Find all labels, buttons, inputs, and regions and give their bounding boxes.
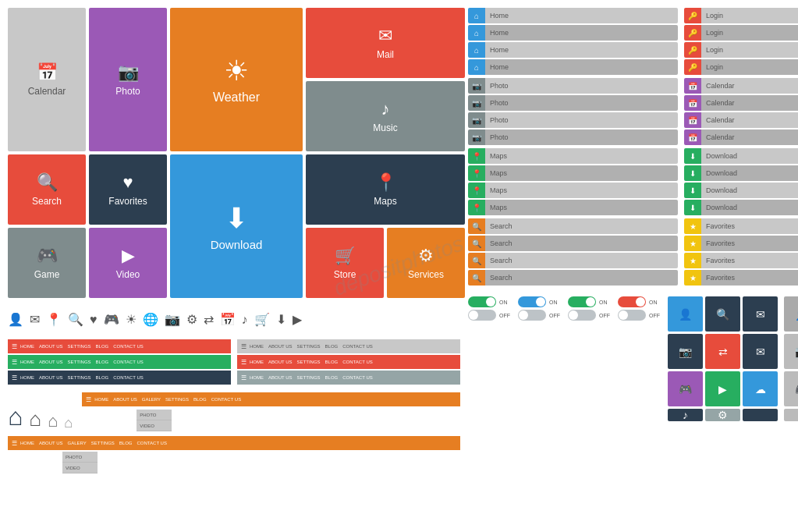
st-mail[interactable]: ✉ <box>743 296 778 332</box>
dropdown-photo-2[interactable]: PHOTO <box>62 452 98 463</box>
menu-item-favorites-2[interactable]: ★ Favorites <box>684 236 798 251</box>
settings-icon[interactable]: ⚙ <box>186 312 197 327</box>
pin-icon[interactable]: 📍 <box>46 312 62 327</box>
stg-camera[interactable]: 📷 <box>784 334 798 369</box>
stg-game[interactable]: 🎮 <box>784 371 798 406</box>
menu-item-calendar-1[interactable]: 📅 Calendar <box>684 78 798 94</box>
menu-item-login-2[interactable]: 🔑 Login <box>684 25 798 41</box>
camera2-icon[interactable]: 📷 <box>165 312 180 327</box>
download2-icon[interactable]: ⬇ <box>276 312 286 327</box>
stg-person[interactable]: 👤 <box>784 296 798 332</box>
sun2-icon[interactable]: ☀ <box>126 312 137 327</box>
st-cloud[interactable]: ☁ <box>743 371 778 406</box>
menu-item-maps-3[interactable]: 📍 Maps <box>468 183 678 198</box>
tile-mail[interactable]: ✉ Mail <box>306 8 465 78</box>
orange-nav-section: ☰ HOME ABOUT US GALERY SETTINGS BLOG CON… <box>82 392 460 431</box>
nav-bar-orange-dropdown[interactable]: ☰ HOME ABOUT US GALERY SETTINGS BLOG CON… <box>82 392 460 406</box>
menu-item-maps-4[interactable]: 📍 Maps <box>468 200 678 215</box>
menu-item-maps-1[interactable]: 📍 Maps <box>468 148 678 164</box>
tile-store[interactable]: 🛒 Store <box>306 228 384 298</box>
menu-item-photo-1[interactable]: 📷 Photo <box>468 78 678 94</box>
menu-item-login-3[interactable]: 🔑 Login <box>684 42 798 58</box>
st-mail2[interactable]: ✉ <box>743 334 778 369</box>
menu-item-photo-2[interactable]: 📷 Photo <box>468 95 678 111</box>
nav-bar-gray-2[interactable]: ☰ HOME ABOUT US SETTINGS BLOG CONTACT US <box>237 371 460 385</box>
tile-download[interactable]: ⬇ Download <box>170 154 303 298</box>
menu-item-photo-3[interactable]: 📷 Photo <box>468 112 678 128</box>
nav-bar-red-2[interactable]: ☰ HOME ABOUT US SETTINGS BLOG CONTACT US <box>237 355 460 369</box>
st-gear2[interactable]: ⚙ <box>705 409 740 421</box>
dropdown-video[interactable]: VIDEO <box>137 420 172 431</box>
menu-item-download-2[interactable]: ⬇ Download <box>684 165 798 181</box>
st-share[interactable]: ⇄ <box>705 334 740 369</box>
tile-maps[interactable]: 📍 Maps <box>306 154 465 225</box>
menu-item-maps-2[interactable]: 📍 Maps <box>468 165 678 181</box>
nav-bar-dark-1[interactable]: ☰ HOME ABOUT US SETTINGS BLOG CONTACT US <box>8 371 231 385</box>
menu-item-download-3[interactable]: ⬇ Download <box>684 183 798 198</box>
toggle-off-2[interactable] <box>518 310 546 321</box>
st-music[interactable]: ♪ <box>668 409 703 421</box>
menu-label-login-4: Login <box>701 59 798 75</box>
menu-item-search-3[interactable]: 🔍 Search <box>468 253 678 268</box>
menu-item-favorites-1[interactable]: ★ Favorites <box>684 218 798 234</box>
toggle-on-2[interactable] <box>518 296 546 307</box>
tile-services[interactable]: ⚙ Services <box>387 228 465 298</box>
toggle-on-3[interactable] <box>568 296 596 307</box>
tile-music[interactable]: ♪ Music <box>306 81 465 151</box>
photo-icon-2: 📷 <box>468 95 485 111</box>
nav-bar-gray-1[interactable]: ☰ HOME ABOUT US SETTINGS BLOG CONTACT US <box>237 339 460 353</box>
tile-photo[interactable]: 📷 Photo <box>89 8 167 151</box>
tile-video[interactable]: ▶ Video <box>89 228 167 298</box>
menu-item-login-1[interactable]: 🔑 Login <box>684 8 798 23</box>
menu-item-home-2[interactable]: ⌂ Home <box>468 25 678 41</box>
gamepad-icon[interactable]: 🎮 <box>104 312 119 327</box>
tile-calendar[interactable]: 📅 Calendar <box>8 8 86 151</box>
envelope-icon[interactable]: ✉ <box>30 312 40 327</box>
globe-icon[interactable]: 🌐 <box>143 312 158 327</box>
toggle-off-1[interactable] <box>468 310 496 321</box>
toggle-off-4[interactable] <box>618 310 646 321</box>
heart2-icon[interactable]: ♥ <box>90 313 98 327</box>
menu-item-download-1[interactable]: ⬇ Download <box>684 148 798 164</box>
menu-item-home-3[interactable]: ⌂ Home <box>468 42 678 58</box>
menu-item-favorites-3[interactable]: ★ Favorites <box>684 253 798 268</box>
tile-weather[interactable]: ☀ Weather <box>170 8 303 151</box>
menu-item-home-1[interactable]: ⌂ Home <box>468 8 678 23</box>
nav-bar-yellow[interactable]: ☰ HOME ABOUT US GALERY SETTINGS BLOG CON… <box>8 436 460 450</box>
menu-item-photo-4[interactable]: 📷 Photo <box>468 129 678 145</box>
menu-item-search-1[interactable]: 🔍 Search <box>468 218 678 234</box>
menu-item-download-4[interactable]: ⬇ Download <box>684 200 798 215</box>
menu-item-calendar-2[interactable]: 📅 Calendar <box>684 95 798 111</box>
st-game[interactable]: 🎮 <box>668 371 703 406</box>
st-search[interactable]: 🔍 <box>705 296 740 332</box>
menu-item-login-4[interactable]: 🔑 Login <box>684 59 798 75</box>
dropdown-photo[interactable]: PHOTO <box>137 410 172 420</box>
play2-icon[interactable]: ▶ <box>293 312 302 327</box>
st-play[interactable]: ▶ <box>705 371 740 406</box>
nav-bar-red-1[interactable]: ☰ HOME ABOUT US SETTINGS BLOG CONTACT US <box>8 339 231 353</box>
toggle-on-4[interactable] <box>618 296 646 307</box>
menu-item-search-4[interactable]: 🔍 Search <box>468 270 678 286</box>
stg-music[interactable]: ♪ <box>784 409 798 421</box>
toggle-on-1[interactable] <box>468 296 496 307</box>
music2-icon[interactable]: ♪ <box>242 313 248 327</box>
calendar2-icon[interactable]: 📅 <box>220 312 236 327</box>
tile-favorites[interactable]: ♥ Favorites <box>89 154 167 225</box>
menu-item-calendar-3[interactable]: 📅 Calendar <box>684 112 798 128</box>
menu-item-search-2[interactable]: 🔍 Search <box>468 236 678 251</box>
st-camera[interactable]: 📷 <box>668 334 703 369</box>
dropdown-video-2[interactable]: VIDEO <box>62 463 98 473</box>
toggle-off-3[interactable] <box>568 310 596 321</box>
search-icon-1: 🔍 <box>468 218 485 234</box>
menu-item-favorites-4[interactable]: ★ Favorites <box>684 270 798 286</box>
tile-game[interactable]: 🎮 Game <box>8 228 86 298</box>
nav-bar-green-1[interactable]: ☰ HOME ABOUT US SETTINGS BLOG CONTACT US <box>8 355 231 369</box>
st-person[interactable]: 👤 <box>668 296 703 332</box>
search2-icon[interactable]: 🔍 <box>68 312 83 327</box>
cart2-icon[interactable]: 🛒 <box>254 312 270 327</box>
menu-item-home-4[interactable]: ⌂ Home <box>468 59 678 75</box>
share-icon[interactable]: ⇄ <box>204 312 214 327</box>
person-icon[interactable]: 👤 <box>8 312 23 327</box>
menu-item-calendar-4[interactable]: 📅 Calendar <box>684 129 798 145</box>
tile-search[interactable]: 🔍 Search <box>8 154 86 225</box>
